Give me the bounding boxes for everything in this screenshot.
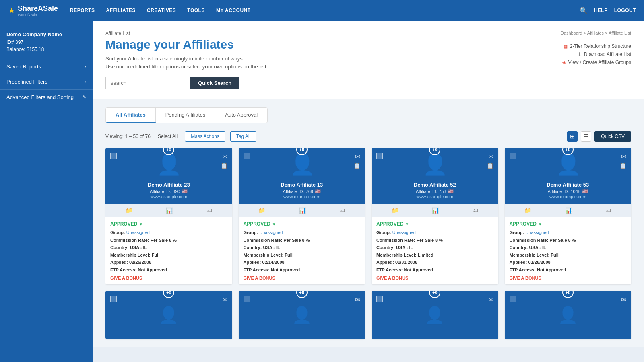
give-bonus-link[interactable]: GIVE A BONUS — [244, 276, 361, 280]
list-view-icon[interactable]: ☰ — [581, 131, 591, 142]
affiliate-url[interactable]: www.example.com — [150, 194, 187, 199]
status-badge[interactable]: APPROVED ▼ — [510, 221, 627, 227]
group-link[interactable]: Unassigned — [259, 230, 283, 235]
partial-card-top: +0 ✉ 👤 — [372, 291, 498, 339]
affiliate-header: Affiliate List Manage your Affiliates So… — [93, 21, 644, 99]
note-icon[interactable]: 📋 — [353, 162, 360, 169]
card-group: Group: Unassigned — [244, 229, 361, 236]
viewing-count: Viewing: 1 – 50 of 76 — [105, 134, 151, 139]
card-checkbox[interactable] — [376, 296, 383, 302]
card-ftp: FTP Access: Not Approved — [376, 267, 493, 274]
quick-csv-button[interactable]: Quick CSV — [594, 131, 631, 142]
card-country: Country: USA - IL — [376, 244, 493, 251]
tag-icon[interactable]: 🏷 — [206, 207, 212, 214]
nav-reports[interactable]: REPORTS — [70, 8, 95, 13]
email-icon[interactable]: ✉ — [222, 153, 227, 160]
note-icon[interactable]: 📋 — [619, 162, 626, 169]
chart-icon[interactable]: 📊 — [565, 207, 572, 214]
chart-icon[interactable]: 📊 — [299, 207, 306, 214]
select-all-link[interactable]: Select All — [158, 134, 178, 139]
tab-all-affiliates[interactable]: All Affiliates — [106, 108, 156, 123]
email-icon[interactable]: ✉ — [621, 153, 626, 160]
card-checkbox[interactable] — [110, 153, 117, 159]
flag-icon: 🇺🇸 — [448, 189, 454, 194]
company-id: ID# 397 — [6, 39, 86, 46]
group-link[interactable]: Unassigned — [525, 230, 549, 235]
nav-my-account[interactable]: MY ACCOUNT — [216, 8, 251, 13]
tag-all-button[interactable]: Tag All — [230, 131, 256, 142]
folder-icon[interactable]: 📁 — [524, 207, 531, 214]
grid-view-icon[interactable]: ⊞ — [567, 131, 578, 142]
card-checkbox[interactable] — [510, 296, 516, 302]
folder-icon[interactable]: 📁 — [392, 207, 398, 214]
card-top: +0 ✉ 📋 👤 Demo Affiliate 52 Affiliate ID:… — [372, 148, 498, 204]
predefined-filters-button[interactable]: Predefined Filters › — [0, 74, 93, 89]
nav-affiliates[interactable]: AFFILIATES — [106, 8, 136, 13]
nav-links: REPORTS AFFILIATES CREATIVES TOOLS MY AC… — [70, 8, 580, 13]
card-checkbox[interactable] — [510, 153, 516, 159]
download-affiliate-list-link[interactable]: Download Affiliate List — [584, 51, 631, 57]
partial-affiliate-card: +0 ✉ 👤 — [505, 291, 632, 339]
card-checkbox[interactable] — [110, 296, 117, 302]
view-create-groups-link[interactable]: View / Create Affiliate Groups — [568, 60, 631, 65]
folder-icon[interactable]: 📁 — [258, 207, 265, 214]
card-plus-badge[interactable]: +0 — [163, 291, 174, 298]
card-checkbox[interactable] — [244, 153, 250, 159]
search-icon[interactable]: 🔍 — [580, 7, 588, 14]
email-icon[interactable]: ✉ — [355, 296, 360, 303]
card-actions-bar: 📁 📊 🏷 — [505, 204, 632, 217]
tab-auto-approval[interactable]: Auto Approval — [215, 108, 267, 123]
advanced-filters-button[interactable]: Advanced Filters and Sorting ✎ — [0, 89, 93, 105]
affiliate-id-row: Affiliate ID: 753 🇺🇸 — [416, 189, 454, 194]
status-badge[interactable]: APPROVED ▼ — [110, 221, 227, 227]
note-icon[interactable]: 📋 — [487, 162, 493, 169]
give-bonus-link[interactable]: GIVE A BONUS — [110, 276, 227, 280]
email-icon[interactable]: ✉ — [621, 296, 626, 303]
give-bonus-link[interactable]: GIVE A BONUS — [510, 276, 627, 280]
affiliate-id-row: Affiliate ID: 1048 🇺🇸 — [548, 189, 588, 194]
nav-logout[interactable]: LOGOUT — [614, 8, 636, 13]
card-actions-bar: 📁 📊 🏷 — [239, 204, 365, 217]
search-row: Quick Search — [105, 77, 543, 89]
card-applied: Applied: 01/31/2008 — [376, 259, 493, 266]
page-label: Affiliate List — [105, 31, 543, 36]
email-icon[interactable]: ✉ — [355, 153, 360, 160]
email-icon[interactable]: ✉ — [488, 153, 493, 160]
folder-icon[interactable]: 📁 — [126, 207, 132, 214]
search-input[interactable] — [105, 77, 186, 89]
status-badge[interactable]: APPROVED ▼ — [376, 221, 493, 227]
status-badge[interactable]: APPROVED ▼ — [244, 221, 361, 227]
nav-help[interactable]: HELP — [594, 8, 608, 13]
nav-tools[interactable]: TOOLS — [187, 8, 205, 13]
chevron-right-icon: › — [85, 64, 86, 69]
card-checkbox[interactable] — [244, 296, 250, 302]
tag-icon[interactable]: 🏷 — [339, 207, 345, 214]
group-link[interactable]: Unassigned — [126, 230, 150, 235]
email-icon[interactable]: ✉ — [488, 296, 493, 303]
tab-pending-affiliates[interactable]: Pending Affiliates — [156, 108, 216, 123]
chart-icon[interactable]: 📊 — [432, 207, 439, 214]
card-plus-badge[interactable]: +0 — [296, 291, 308, 298]
nav-creatives[interactable]: CREATIVES — [147, 8, 176, 13]
affiliate-card: +0 ✉ 📋 👤 Demo Affiliate 23 Affiliate ID:… — [105, 148, 232, 284]
saved-reports-button[interactable]: Saved Reports › — [0, 59, 93, 74]
affiliate-url[interactable]: www.example.com — [416, 194, 453, 199]
chart-icon[interactable]: 📊 — [166, 207, 173, 214]
affiliate-url[interactable]: www.example.com — [283, 194, 320, 199]
give-bonus-link[interactable]: GIVE A BONUS — [376, 276, 493, 280]
top-navigation: ★ ShareASale Part of Awin REPORTS AFFILI… — [0, 0, 644, 21]
logo[interactable]: ★ ShareASale Part of Awin — [8, 4, 58, 17]
mass-actions-button[interactable]: Mass Actions — [185, 131, 225, 142]
note-icon[interactable]: 📋 — [221, 162, 227, 169]
group-link[interactable]: Unassigned — [392, 230, 416, 235]
card-checkbox[interactable] — [376, 153, 383, 159]
card-plus-badge[interactable]: +0 — [429, 291, 440, 298]
tag-icon[interactable]: 🏷 — [605, 207, 611, 214]
tag-icon[interactable]: 🏷 — [473, 207, 478, 214]
logo-star-icon: ★ — [8, 6, 15, 15]
quick-search-button[interactable]: Quick Search — [190, 77, 239, 89]
card-plus-badge[interactable]: +0 — [562, 291, 574, 298]
email-icon[interactable]: ✉ — [222, 296, 227, 303]
two-tier-link[interactable]: 2-Tier Relationship Structure — [570, 43, 631, 49]
affiliate-url[interactable]: www.example.com — [549, 194, 586, 199]
